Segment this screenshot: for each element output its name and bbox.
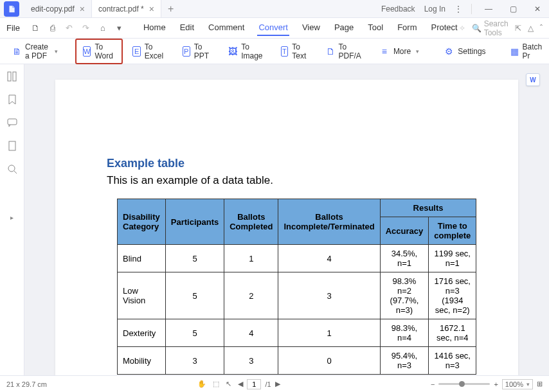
menubar: File 🗋 ⎙ ↶ ↷ ⌂ ▾ Home Edit Comment Conve…	[0, 18, 549, 39]
gear-icon: ⚙	[444, 46, 454, 57]
search-icon: 🔍	[472, 24, 482, 33]
svg-rect-1	[13, 72, 16, 81]
thumbnails-icon[interactable]	[6, 71, 18, 82]
statusbar: 21 x 29.7 cm ✋ ⬚ ↖ ◀ /1 ▶ − + 100% ▾ ⊞	[0, 375, 549, 392]
to-pdfa-button[interactable]: 🗋 To PDF/A	[319, 39, 370, 64]
zoom-slider[interactable]	[438, 383, 490, 385]
quick-print-icon[interactable]: ⌂	[97, 23, 109, 33]
close-icon[interactable]: ×	[80, 4, 85, 14]
page-number-input[interactable]	[247, 379, 261, 389]
svg-line-5	[14, 171, 17, 174]
maximize-button[interactable]: ▢	[505, 1, 521, 17]
minimize-button[interactable]: —	[481, 1, 496, 17]
kebab-icon[interactable]: ⋮	[455, 4, 462, 13]
search-panel-icon[interactable]	[6, 163, 18, 175]
more-icon: ≡	[379, 46, 390, 57]
batch-process-button[interactable]: ▦ Batch Pr	[503, 39, 549, 64]
comment-icon[interactable]	[6, 117, 18, 129]
page-navigation: ◀ /1 ▶	[238, 379, 280, 389]
zoom-out-icon[interactable]: −	[431, 380, 435, 388]
main-area: ▸ W Example table This is an example of …	[0, 64, 549, 375]
titlebar: edit-copy.pdf × contract.pdf * × + Feedb…	[0, 0, 549, 18]
tab-form[interactable]: Form	[396, 20, 418, 36]
bookmark-icon[interactable]	[6, 94, 18, 105]
excel-icon: E	[132, 46, 140, 57]
tab-edit-copy[interactable]: edit-copy.pdf ×	[24, 0, 92, 17]
login-link[interactable]: Log In	[424, 4, 446, 13]
add-tab-button[interactable]: +	[161, 3, 180, 15]
tab-contract[interactable]: contract.pdf * ×	[92, 0, 161, 17]
to-word-button[interactable]: W To Word	[75, 39, 123, 64]
tab-view[interactable]: View	[301, 20, 321, 36]
tab-convert[interactable]: Convert	[257, 20, 289, 36]
chevron-down-icon: ▾	[526, 381, 530, 388]
tab-edit[interactable]: Edit	[179, 20, 195, 36]
convert-toolbar: 🗎 Create a PDF ▾ W To Word E To Excel P …	[0, 39, 549, 64]
redo-icon[interactable]: ↷	[80, 23, 92, 33]
zoom-in-icon[interactable]: +	[494, 380, 498, 388]
to-ppt-button[interactable]: P To PPT	[176, 39, 219, 64]
col-accuracy: Accuracy	[380, 217, 429, 245]
prev-page-icon[interactable]: ◀	[238, 380, 243, 388]
save-icon[interactable]: 🗋	[30, 23, 42, 33]
create-pdf-button[interactable]: 🗎 Create a PDF ▾	[5, 39, 65, 64]
col-completed: Ballots Completed	[224, 199, 278, 245]
word-export-badge[interactable]: W	[526, 73, 540, 86]
left-sidebar: ▸	[0, 64, 24, 375]
word-icon: W	[83, 46, 91, 57]
col-incomplete: Ballots Incomplete/Terminated	[278, 199, 380, 245]
sparkle-icon[interactable]: ✧	[459, 24, 465, 33]
collapse-sidebar-icon[interactable]: ▸	[10, 214, 14, 221]
select-tool-icon[interactable]: ⬚	[213, 380, 219, 388]
page-dimensions: 21 x 29.7 cm	[6, 380, 47, 388]
dropdown-icon[interactable]: ▾	[114, 23, 125, 33]
document-viewport[interactable]: W Example table This is an example of a …	[24, 64, 549, 375]
tab-protect[interactable]: Protect	[429, 20, 458, 36]
tab-tool[interactable]: Tool	[366, 20, 384, 36]
attachment-icon[interactable]	[6, 140, 18, 152]
table-row: Dexterity 5 4 1 98.3%, n=4 1672.1 sec, n…	[118, 319, 476, 347]
text-icon: T	[281, 46, 289, 57]
print-icon[interactable]: ⎙	[47, 23, 59, 33]
zoom-select[interactable]: 100% ▾	[502, 379, 533, 389]
feedback-link[interactable]: Feedback	[381, 4, 415, 13]
chevron-down-icon: ▾	[55, 48, 58, 55]
more-button[interactable]: ≡ More ▾	[372, 43, 426, 60]
ppt-icon: P	[183, 46, 190, 57]
to-image-button[interactable]: 🖼 To Image	[221, 39, 271, 64]
settings-button[interactable]: ⚙ Settings	[437, 43, 492, 60]
tab-home[interactable]: Home	[142, 20, 167, 36]
search-tools[interactable]: 🔍 Search Tools	[472, 19, 509, 37]
hand-tool-icon[interactable]: ✋	[197, 380, 206, 388]
close-icon[interactable]: ×	[149, 4, 154, 14]
cursor-tool-icon[interactable]: ↖	[226, 380, 231, 388]
menu-tabs: Home Edit Comment Convert View Page Tool…	[142, 20, 459, 36]
document-icon: 🗎	[12, 46, 21, 57]
data-table: Disability Category Participants Ballots…	[117, 199, 476, 375]
cloud-icon[interactable]: △	[528, 24, 534, 33]
fit-page-icon[interactable]: ⊞	[537, 380, 543, 388]
close-window-button[interactable]: ✕	[530, 1, 545, 17]
page-total: /1	[265, 380, 271, 388]
zoom-controls: − + 100% ▾ ⊞	[431, 379, 543, 389]
next-page-icon[interactable]: ▶	[275, 380, 280, 388]
col-time: Time to complete	[429, 217, 476, 245]
doc-subtitle: This is an example of a data table.	[107, 174, 467, 187]
col-disability: Disability Category	[118, 199, 166, 245]
tab-page[interactable]: Page	[333, 20, 355, 36]
collapse-ribbon-icon[interactable]: ˆ	[540, 24, 543, 33]
svg-rect-0	[8, 72, 11, 81]
undo-icon[interactable]: ↶	[64, 23, 75, 33]
doc-title: Example table	[107, 157, 467, 170]
to-excel-button[interactable]: E To Excel	[125, 39, 172, 64]
tab-comment[interactable]: Comment	[207, 20, 246, 36]
svg-rect-3	[9, 141, 15, 150]
share-icon[interactable]: ⇱	[515, 24, 521, 33]
table-row: Low Vision 5 2 3 98.3% n=2 (97.7%, n=3) …	[118, 272, 476, 319]
batch-icon: ▦	[510, 46, 519, 57]
svg-point-4	[8, 165, 15, 172]
file-menu[interactable]: File	[0, 23, 26, 33]
col-results: Results	[380, 199, 476, 217]
to-text-button[interactable]: T To Text	[274, 39, 316, 64]
pdfa-icon: 🗋	[326, 46, 335, 57]
